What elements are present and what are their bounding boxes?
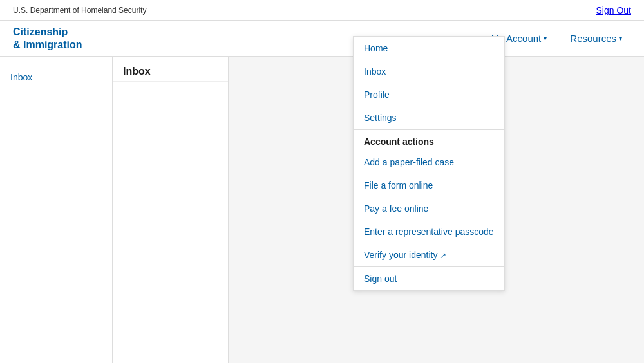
- dropdown-verify-identity[interactable]: Verify your identity ↗: [354, 243, 504, 266]
- dropdown-settings[interactable]: Settings: [354, 106, 504, 129]
- sidebar-inbox[interactable]: Inbox: [0, 67, 112, 88]
- brand-line2: & Immigration: [13, 39, 82, 51]
- top-bar: U.S. Department of Homeland Security Sig…: [0, 0, 644, 21]
- resources-nav-item[interactable]: Resources ▾: [561, 28, 631, 49]
- dropdown-pay-fee[interactable]: Pay a fee online: [354, 197, 504, 220]
- dropdown-add-paper-case[interactable]: Add a paper-filed case: [354, 151, 504, 174]
- main-nav: Citizenship & Immigration My Account ▾ R…: [0, 21, 644, 57]
- external-icon: ↗: [440, 251, 446, 260]
- top-signout-link[interactable]: Sign Out: [596, 5, 631, 15]
- agency-name: U.S. Department of Homeland Security: [13, 6, 146, 15]
- dropdown-home[interactable]: Home: [354, 37, 504, 60]
- sidebar-section: Inbox: [0, 57, 112, 93]
- brand-line1: Citizenship: [13, 26, 82, 38]
- dropdown-inbox[interactable]: Inbox: [354, 60, 504, 83]
- dropdown-signout[interactable]: Sign out: [354, 267, 504, 290]
- dropdown-file-form-online[interactable]: File a form online: [354, 174, 504, 197]
- account-actions-label: Account actions: [354, 130, 504, 151]
- inbox-panel: Inbox: [113, 57, 229, 363]
- dropdown-representative-passcode[interactable]: Enter a representative passcode: [354, 220, 504, 243]
- brand-logo: Citizenship & Immigration: [13, 26, 82, 50]
- dropdown-profile[interactable]: Profile: [354, 83, 504, 106]
- myaccount-chevron-icon: ▾: [544, 35, 547, 42]
- resources-chevron-icon: ▾: [619, 35, 622, 42]
- resources-label: Resources: [570, 33, 616, 44]
- page-content: Inbox Inbox Choose a message to read it: [0, 57, 644, 363]
- myaccount-dropdown: Home Inbox Profile Settings Account acti…: [353, 36, 505, 291]
- inbox-panel-header: Inbox: [113, 57, 228, 82]
- sidebar: Inbox: [0, 57, 113, 363]
